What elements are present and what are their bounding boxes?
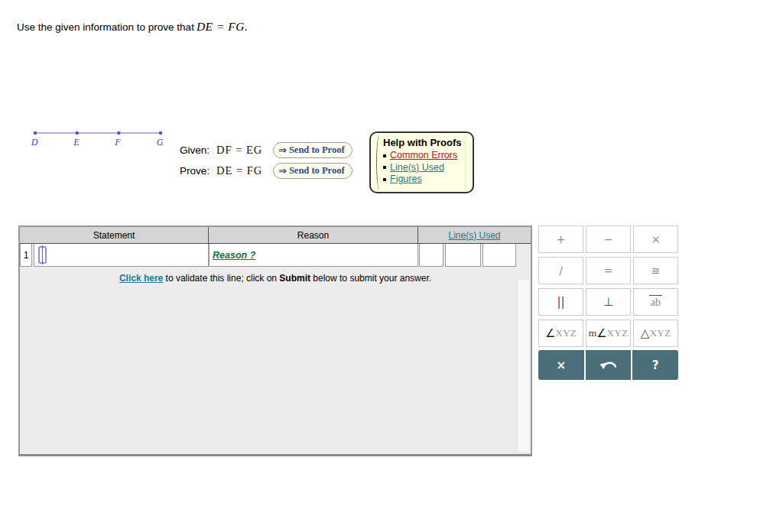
validate-instruction: Click here to validate this line; click … — [20, 273, 531, 284]
palette-parallel-button[interactable]: || — [538, 288, 583, 316]
angle-icon: ∠ — [596, 328, 606, 339]
palette-angle-measure-button[interactable]: m∠XYZ — [586, 320, 631, 347]
send-arrow-icon: ⇒ — [278, 145, 287, 155]
help-with-proofs-panel: Help with Proofs Common Errors Line(s) U… — [369, 131, 474, 193]
lines-used-header-link[interactable]: Line(s) Used — [448, 230, 500, 241]
statement-column-header: Statement — [20, 227, 208, 243]
palette-help-button[interactable]: ? — [631, 350, 678, 380]
palette-action-bar: × ? — [538, 350, 678, 380]
lines-used-cell-1[interactable] — [419, 244, 443, 267]
given-statement: DF = EG — [216, 144, 273, 157]
help-link-row: Figures — [383, 174, 468, 186]
palette-equals-button[interactable]: = — [586, 257, 631, 284]
figures-link[interactable]: Figures — [390, 174, 422, 186]
page-curl-decoration — [465, 136, 466, 189]
proof-row-1: 1 Reason ? — [20, 244, 531, 267]
palette-divide-button[interactable]: / — [538, 257, 583, 284]
palette-multiply-button[interactable]: × — [633, 225, 678, 253]
lines-used-cell-3[interactable] — [482, 244, 516, 267]
validate-text-mid: to validate this line; click on — [163, 273, 279, 284]
segment-diagram: D E F G — [23, 122, 184, 150]
symbol-grid: + − × / = ≅ || ⊥ ab ∠XYZ m∠XYZ △XYZ — [538, 225, 678, 347]
palette-undo-button[interactable] — [584, 350, 632, 380]
reason-link[interactable]: Reason ? — [213, 250, 255, 261]
equals-icon: = — [604, 265, 613, 276]
given-label: Given: — [180, 144, 216, 156]
send-to-proof-label: Send to Proof — [289, 165, 345, 177]
lines-used-link[interactable]: Line(s) Used — [390, 162, 444, 174]
help-link-row: Line(s) Used — [383, 162, 468, 174]
send-to-proof-label: Send to Proof — [289, 144, 345, 156]
submit-word: Submit — [279, 273, 310, 284]
statement-input-cell[interactable] — [34, 244, 209, 267]
send-arrow-icon: ⇒ — [278, 166, 287, 176]
palette-minus-button[interactable]: − — [586, 225, 631, 253]
congruent-icon: ≅ — [651, 265, 661, 276]
page-curl-decoration — [376, 135, 382, 190]
palette-triangle-button[interactable]: △XYZ — [633, 320, 678, 347]
prove-statement: DE = FG — [216, 164, 273, 177]
prove-label: Prove: — [180, 165, 216, 177]
common-errors-link[interactable]: Common Errors — [390, 150, 457, 162]
given-prove-block: Given: DF = EG ⇒ Send to Proof Prove: DE… — [180, 141, 353, 183]
angle-vars: XYZ — [555, 328, 577, 339]
lines-used-column-header: Line(s) Used — [417, 227, 531, 243]
triangle-icon: △ — [641, 328, 650, 339]
lines-used-cell-2[interactable] — [445, 244, 481, 267]
row-number: 1 — [20, 244, 32, 267]
prove-row: Prove: DE = FG ⇒ Send to Proof — [180, 162, 353, 179]
angle-vars: XYZ — [607, 328, 629, 339]
multiply-icon: × — [651, 234, 661, 245]
point-label-f: F — [114, 137, 121, 148]
title-text: Use the given information to prove that — [17, 21, 194, 33]
segment-overline-icon: ab — [649, 295, 662, 308]
plus-icon: + — [557, 234, 566, 245]
title-math: DE = FG. — [197, 20, 248, 33]
perpendicular-icon: ⊥ — [603, 297, 613, 308]
help-panel-title: Help with Proofs — [383, 137, 468, 148]
bullet-icon — [383, 154, 386, 157]
palette-perpendicular-button[interactable]: ⊥ — [586, 288, 631, 316]
bullet-icon — [383, 166, 386, 169]
symbol-palette: + − × / = ≅ || ⊥ ab ∠XYZ m∠XYZ △XYZ × ? — [538, 225, 678, 380]
palette-close-button[interactable]: × — [538, 350, 584, 380]
measure-var: m — [589, 328, 597, 339]
text-cursor-icon — [38, 246, 47, 264]
help-link-row: Common Errors — [383, 150, 468, 162]
scrollbar-track[interactable] — [517, 280, 529, 452]
palette-angle-button[interactable]: ∠XYZ — [538, 320, 583, 347]
send-to-proof-prove-button[interactable]: ⇒ Send to Proof — [273, 163, 353, 179]
point-label-e: E — [73, 137, 80, 148]
click-here-link[interactable]: Click here — [119, 273, 163, 284]
bullet-icon — [383, 178, 386, 181]
reason-column-header: Reason — [208, 227, 417, 243]
minus-icon: − — [604, 234, 613, 245]
proof-table-header: Statement Reason Line(s) Used — [20, 227, 531, 244]
close-icon: × — [557, 358, 567, 372]
palette-congruent-button[interactable]: ≅ — [633, 257, 678, 284]
proof-table: Statement Reason Line(s) Used 1 Reason ?… — [18, 225, 532, 456]
reason-cell: Reason ? — [209, 244, 418, 267]
point-label-d: D — [31, 137, 38, 148]
palette-plus-button[interactable]: + — [538, 225, 583, 253]
palette-segment-button[interactable]: ab — [633, 288, 678, 316]
send-to-proof-given-button[interactable]: ⇒ Send to Proof — [273, 142, 353, 158]
page-title: Use the given information to prove thatD… — [17, 20, 248, 34]
question-icon: ? — [652, 358, 659, 372]
triangle-vars: XYZ — [649, 328, 671, 339]
parallel-icon: || — [557, 297, 564, 308]
angle-icon: ∠ — [545, 328, 555, 339]
point-label-g: G — [157, 137, 164, 148]
validate-text-end: below to submit your answer. — [310, 273, 431, 284]
given-row: Given: DF = EG ⇒ Send to Proof — [180, 141, 353, 158]
slash-icon: / — [559, 265, 563, 276]
undo-icon — [599, 359, 619, 371]
